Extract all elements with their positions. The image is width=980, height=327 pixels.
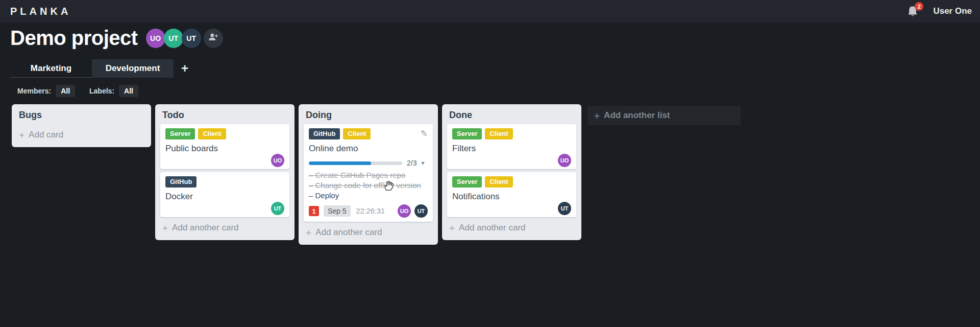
avatar-ut2[interactable]: UT [182,29,201,48]
labels-filter-label: Labels: [89,87,114,95]
list-title[interactable]: Todo [155,104,295,124]
labels-filter-value[interactable]: All [119,85,138,97]
avatar-uo[interactable]: UO [271,154,284,167]
card-title: Online demo [309,143,428,154]
chevron-down-icon[interactable]: ▾ [421,159,424,167]
notifications-button[interactable]: 2 [906,5,920,18]
members-filter-value[interactable]: All [56,85,75,97]
avatar-ut[interactable]: UT [558,202,571,215]
avatar-uo[interactable]: UO [146,29,165,48]
label-github[interactable]: GitHub [165,176,197,188]
labels-filter: Labels: All [89,85,138,97]
card-title: Docker [165,191,284,202]
labels-row: ServerClient [165,128,284,139]
labels-row: ServerClient [452,176,571,188]
card-avatars: UO [165,154,284,167]
labels-row: GitHubClient [309,128,428,139]
card-title: Notifications [452,191,571,202]
cards-container: ServerClientPublic boardsUOGitHubDockerU… [155,124,295,217]
avatar-ut[interactable]: UT [271,202,284,215]
task-list: Create GitHub Pages repoChange code for … [309,170,428,201]
add-list-label: Add another list [604,110,670,121]
label-server[interactable]: Server [452,176,482,188]
progress-bar [309,161,402,165]
task-item[interactable]: Deploy [309,191,428,201]
list-title[interactable]: Done [442,104,581,124]
card-avatars: UT [165,202,284,215]
timer-badge[interactable]: 22:26:31 [356,207,385,215]
avatar-uo[interactable]: UO [558,154,571,167]
add-card-button[interactable]: Add another card [442,217,581,240]
card-alert-badge: 1 [309,206,319,216]
planka-logo: PLANKA [10,6,71,17]
card-filters[interactable]: ServerClientFiltersUO [447,124,576,169]
top-bar: PLANKA 2 User One [0,0,980,22]
cards-container: ServerClientFiltersUOServerClientNotific… [442,124,581,217]
add-card-button[interactable]: Add another card [155,217,295,240]
user-menu-button[interactable]: User One [933,6,972,16]
project-header: Demo project UO UT UT [10,27,223,50]
labels-row: ServerClient [452,128,571,139]
add-card-button[interactable]: Add another card [299,222,438,245]
label-github[interactable]: GitHub [309,128,340,139]
list-done: DoneServerClientFiltersUOServerClientNot… [442,104,581,240]
progress-bar-fill [309,161,371,165]
edit-card-icon[interactable]: ✎ [421,128,428,139]
card-avatars: UO [452,154,571,167]
avatar-ut[interactable]: UT [164,29,183,48]
add-card-button[interactable]: Add card [12,124,151,147]
progress-label: 2/3 [407,159,416,167]
tab-development[interactable]: Development [92,59,174,78]
members-filter: Members: All [17,85,75,97]
avatar-uo[interactable]: UO [398,204,411,218]
task-item[interactable]: Change code for offline version [309,180,428,191]
task-item[interactable]: Create GitHub Pages repo [309,170,428,180]
list-doing: DoingGitHubClient✎Online demo2/3▾Create … [299,104,438,245]
due-date-badge[interactable]: Sep 5 [324,205,351,217]
label-server[interactable]: Server [452,128,482,139]
card-online-demo[interactable]: GitHubClient✎Online demo2/3▾Create GitHu… [304,124,433,222]
card-avatars: UT [452,202,571,215]
card-docker[interactable]: GitHubDockerUT [160,172,289,217]
card-title: Public boards [165,143,284,154]
filter-bar: Members: All Labels: All [17,85,148,97]
list-title[interactable]: Doing [299,104,438,124]
board: BugsAdd cardTodoServerClientPublic board… [12,104,741,245]
card-title: Filters [452,143,571,154]
label-client[interactable]: Client [198,128,226,139]
notification-count-badge: 2 [915,2,923,11]
labels-row: GitHub [165,176,284,188]
card-notifications[interactable]: ServerClientNotificationsUT [447,172,576,217]
label-server[interactable]: Server [165,128,195,139]
add-user-icon [208,32,218,44]
project-title: Demo project [10,27,138,50]
project-members: UO UT UT [146,29,223,48]
add-list-button[interactable]: Add another list [587,106,741,125]
card-public-boards[interactable]: ServerClientPublic boardsUO [160,124,289,169]
add-board-button[interactable]: + [174,59,196,78]
tasks-progress-row: 2/3▾ [309,159,428,167]
add-member-button[interactable] [204,29,223,48]
list-bugs: BugsAdd card [12,104,151,147]
topbar-right: 2 User One [906,5,972,18]
tab-marketing[interactable]: Marketing [10,59,92,78]
members-filter-label: Members: [17,87,51,95]
card-badges-row: 1Sep 522:26:31UOUT [309,204,428,218]
list-todo: TodoServerClientPublic boardsUOGitHubDoc… [155,104,295,240]
list-title[interactable]: Bugs [12,104,151,124]
label-client[interactable]: Client [343,128,371,139]
planka-app: PLANKA 2 User One Demo project UO UT UT [0,0,980,327]
board-tabs: Marketing Development + [10,59,196,78]
bell-icon [906,11,919,19]
cards-container: GitHubClient✎Online demo2/3▾Create GitHu… [299,124,438,222]
label-client[interactable]: Client [485,128,512,139]
avatar-ut[interactable]: UT [414,204,428,218]
label-client[interactable]: Client [485,176,512,188]
